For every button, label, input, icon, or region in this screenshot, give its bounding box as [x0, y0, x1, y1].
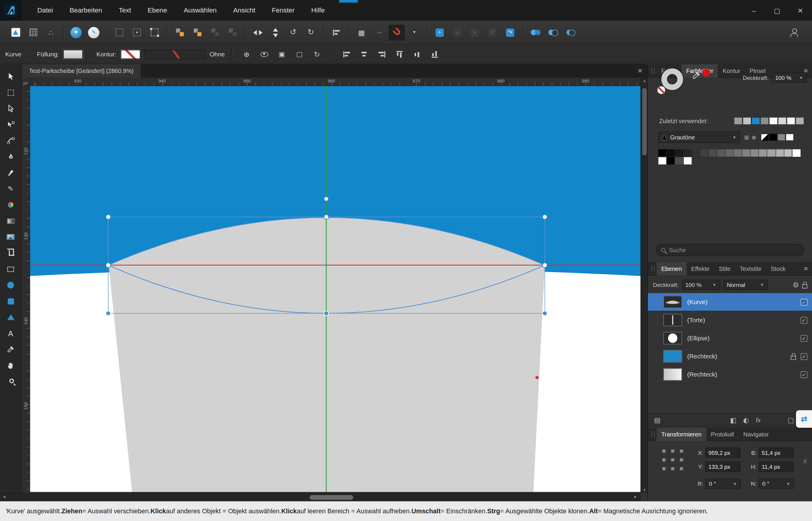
- anchor-dot[interactable]: [680, 450, 683, 452]
- layer-visibility-checkbox[interactable]: ✓: [801, 371, 808, 378]
- insert-target-icon[interactable]: ↷: [502, 25, 518, 40]
- grayscale-swatch[interactable]: [658, 149, 667, 157]
- snapping-magnet-icon[interactable]: [389, 25, 404, 40]
- stroke-width-widget[interactable]: [144, 49, 205, 59]
- y-input[interactable]: 133,3 px: [705, 461, 741, 472]
- vector-crop-tool[interactable]: [2, 245, 19, 261]
- point-transform-tool[interactable]: [2, 117, 19, 133]
- pen-tool[interactable]: [2, 149, 19, 165]
- height-input[interactable]: 11,4 px: [759, 461, 794, 472]
- recent-swatch[interactable]: [734, 117, 743, 124]
- maximize-button[interactable]: ▢: [765, 0, 789, 21]
- teamviewer-badge-icon[interactable]: ⇄: [796, 410, 812, 428]
- export-persona-icon[interactable]: ∴: [43, 25, 59, 40]
- layer-opacity-dropdown[interactable]: 100 % ▼: [682, 280, 720, 290]
- scroll-down-arrow[interactable]: ▼: [641, 489, 648, 492]
- app-logo-icon[interactable]: [0, 0, 22, 21]
- vertical-scrollbar[interactable]: ▲ ▼: [640, 78, 647, 493]
- recent-swatch[interactable]: [751, 117, 760, 124]
- align-left-icon[interactable]: [339, 46, 354, 62]
- selection-handle[interactable]: [543, 215, 547, 220]
- boolean-intersect-icon[interactable]: [563, 25, 579, 40]
- tab-kontur[interactable]: Kontur: [718, 64, 745, 77]
- menu-ansicht[interactable]: Ansicht: [225, 0, 264, 21]
- artboard-tool[interactable]: [2, 85, 19, 100]
- layer-row-rechteck[interactable]: (Rechteck)✓: [648, 347, 812, 365]
- text-tool[interactable]: A: [2, 325, 19, 341]
- tab-textstile[interactable]: Textstile: [735, 262, 766, 275]
- triangle-tool[interactable]: [2, 309, 19, 325]
- tab-ebenen[interactable]: Ebenen: [657, 262, 687, 275]
- layer-row-kurve[interactable]: (Kurve)✓: [648, 293, 812, 311]
- anchor-dot[interactable]: [671, 467, 674, 470]
- fill-tool[interactable]: [2, 197, 19, 213]
- ruler-horizontal[interactable]: 930940950960970980990: [30, 78, 640, 86]
- align-middle-icon[interactable]: [409, 46, 425, 62]
- mini-swatch[interactable]: [769, 134, 777, 141]
- rotate-cw-icon[interactable]: ↻: [303, 25, 318, 40]
- panel-grip[interactable]: [651, 68, 654, 73]
- grayscale-swatch[interactable]: [775, 149, 784, 157]
- flip-horizontal-icon[interactable]: [250, 25, 266, 40]
- grid-options-icon[interactable]: ▦: [354, 25, 369, 40]
- anchor-dot[interactable]: [671, 450, 674, 452]
- layers-stack-icon[interactable]: ▤: [654, 416, 660, 423]
- selection-handle[interactable]: [543, 263, 547, 268]
- grayscale-swatch[interactable]: [675, 149, 683, 157]
- close-button[interactable]: ✕: [789, 0, 812, 21]
- boolean-add-icon[interactable]: [528, 25, 543, 40]
- anchor-dot[interactable]: [680, 467, 683, 470]
- gray-body-shape[interactable]: [109, 218, 545, 492]
- transform-bounds-icon[interactable]: [146, 25, 162, 40]
- move-tool[interactable]: [2, 68, 19, 84]
- tab-transformieren[interactable]: Transformieren: [657, 428, 706, 441]
- rotation-handle[interactable]: [324, 197, 328, 201]
- grayscale-swatch[interactable]: [675, 157, 683, 165]
- mini-swatch[interactable]: [777, 134, 786, 141]
- current-color-swatch[interactable]: [702, 69, 710, 76]
- lock-icon[interactable]: [791, 356, 796, 360]
- fill-stroke-selector-icon[interactable]: [661, 68, 683, 90]
- scroll-right-arrow[interactable]: ►: [633, 495, 637, 499]
- move-to-front-icon[interactable]: [172, 25, 187, 40]
- grayscale-swatch[interactable]: [792, 149, 801, 157]
- lock-icon[interactable]: [802, 284, 807, 288]
- move-forward-icon[interactable]: [190, 25, 205, 40]
- rectangle-outline-tool[interactable]: [2, 261, 19, 277]
- grayscale-swatch[interactable]: [683, 149, 692, 157]
- menu-text[interactable]: Text: [110, 0, 139, 21]
- cycle-selection-icon[interactable]: ⊕: [239, 46, 254, 62]
- menu-datei[interactable]: Datei: [29, 0, 62, 21]
- snap-grid-icon[interactable]: [111, 25, 127, 40]
- recent-swatch[interactable]: [760, 117, 769, 124]
- zoom-tool[interactable]: [2, 373, 19, 389]
- align-bottom-icon[interactable]: [427, 46, 442, 62]
- edit-all-layers-icon[interactable]: ▣: [274, 46, 289, 62]
- alignment-icon[interactable]: [328, 25, 344, 40]
- link-dimensions-icon[interactable]: ∞: [802, 458, 809, 464]
- insert-inside-icon[interactable]: +: [432, 25, 447, 40]
- fill-swatch[interactable]: [63, 49, 83, 59]
- designer-persona-icon[interactable]: [8, 25, 23, 40]
- recent-swatch[interactable]: [769, 117, 778, 124]
- tab-navigator[interactable]: Navigator: [739, 428, 773, 441]
- menu-ebene[interactable]: Ebene: [139, 0, 175, 21]
- corner-tool[interactable]: [2, 133, 19, 149]
- flip-vertical-icon[interactable]: [268, 25, 283, 40]
- palette-grid-icon[interactable]: ⊞: [744, 134, 749, 140]
- mini-swatch[interactable]: [761, 134, 769, 141]
- layer-visibility-checkbox[interactable]: ✓: [801, 317, 808, 323]
- align-right-icon[interactable]: [374, 46, 389, 62]
- anchor-dot[interactable]: [662, 458, 666, 461]
- gear-icon[interactable]: ⚙: [792, 281, 799, 288]
- grayscale-swatch[interactable]: [683, 157, 692, 165]
- recent-swatch[interactable]: [778, 117, 787, 124]
- anchor-point-selector[interactable]: [662, 450, 683, 470]
- rotation-dropdown[interactable]: 0 ° ▼: [705, 479, 741, 489]
- pixel-persona-icon[interactable]: [25, 25, 41, 40]
- recent-swatch[interactable]: [743, 117, 751, 124]
- grayscale-swatch[interactable]: [725, 149, 734, 157]
- minimize-button[interactable]: –: [742, 0, 765, 21]
- adjustment-icon[interactable]: ◐: [743, 416, 749, 423]
- stroke-swatch[interactable]: [120, 49, 140, 59]
